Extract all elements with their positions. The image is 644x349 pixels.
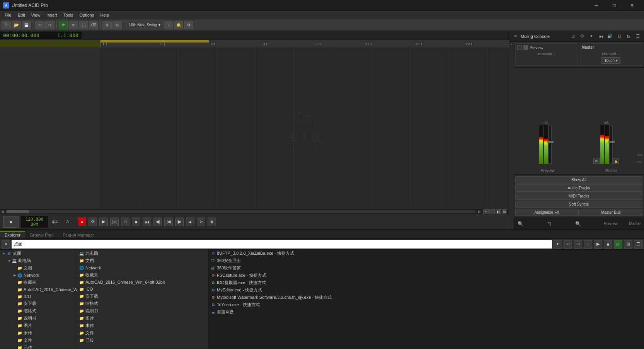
master-fader[interactable] bbox=[610, 125, 613, 164]
explorer-up-btn[interactable]: ↑ bbox=[584, 240, 592, 249]
master-lock-btn[interactable]: 🔒 bbox=[613, 158, 619, 164]
tree-suoge[interactable]: 📁 缩格式 bbox=[11, 307, 77, 315]
scroll-track[interactable] bbox=[6, 210, 475, 213]
loop-indicator[interactable]: ■ bbox=[3, 216, 19, 228]
settings-button[interactable]: ⚙ bbox=[184, 21, 193, 29]
pause-button[interactable]: ⏸ bbox=[121, 218, 129, 226]
preview-fader[interactable] bbox=[549, 125, 552, 164]
mid-ico[interactable]: 📁 ICO bbox=[77, 286, 208, 293]
scroll-thumb[interactable] bbox=[6, 210, 29, 213]
menu-file[interactable]: File bbox=[2, 11, 15, 19]
tree-docs[interactable]: 📁 文档 bbox=[11, 264, 77, 272]
erase-button[interactable]: ⌫ bbox=[89, 21, 98, 29]
zoom-in-button[interactable]: ⊕ bbox=[102, 21, 112, 29]
menu-insert[interactable]: Insert bbox=[43, 11, 60, 19]
tree-files[interactable]: 📁 文件 bbox=[11, 337, 77, 344]
tree-pc[interactable]: ▼ 💻 此电脑 bbox=[5, 257, 77, 264]
punch-in[interactable]: ⊳ bbox=[197, 218, 205, 226]
minimize-button[interactable]: ─ bbox=[588, 0, 605, 11]
mix-zoom-out[interactable]: 🔍 bbox=[575, 220, 582, 227]
master-fader-thumb[interactable] bbox=[608, 141, 615, 143]
right-item-1[interactable]: 🛡 360安全卫士 bbox=[209, 257, 644, 264]
right-item-4[interactable]: ⚙ ICO提取器.exe - 快捷方式 bbox=[209, 279, 644, 286]
mid-autocad[interactable]: 📁 AutoCAD_2016_Chinese_Win_64bit-32bit bbox=[77, 279, 208, 286]
mid-network[interactable]: 🌐 Network bbox=[77, 264, 208, 271]
soft-synths-btn[interactable]: Soft Synths bbox=[515, 201, 642, 208]
mix-extra-btn[interactable]: ☰ bbox=[634, 32, 642, 40]
explorer-back-btn[interactable]: ↩ bbox=[564, 240, 572, 249]
tree-manual[interactable]: 📁 说明书 bbox=[11, 315, 77, 322]
master-bus-btn[interactable]: Master Bus bbox=[579, 209, 643, 216]
explorer-list-btn[interactable]: ☰ bbox=[634, 240, 642, 249]
right-item-2[interactable]: 🛒 360软件管家 bbox=[209, 264, 644, 272]
explorer-path-input[interactable] bbox=[12, 240, 552, 249]
mix-gear-btn[interactable]: ⚙ bbox=[578, 32, 586, 40]
mid-unsent[interactable]: 📁 未传 bbox=[77, 322, 208, 329]
scroll-left-btn[interactable]: ◀ bbox=[0, 209, 5, 214]
mid-manual[interactable]: 📁 说明书 bbox=[77, 307, 208, 315]
mid-sent[interactable]: 📁 已传 bbox=[77, 337, 208, 344]
loop-toggle[interactable]: ⟳ bbox=[89, 218, 97, 226]
tree-desktop[interactable]: ▼ 🖥 桌面 bbox=[0, 250, 77, 257]
master-fx-button[interactable]: fx bbox=[593, 158, 600, 164]
tree-pictures[interactable]: 📁 图片 bbox=[11, 322, 77, 329]
next-marker[interactable]: |▶ bbox=[175, 218, 184, 226]
track-scrollbar[interactable]: ◀ ▶ + - ◧ ⊞ bbox=[0, 209, 509, 214]
show-all-btn[interactable]: Show All bbox=[515, 176, 642, 184]
explorer-forward-btn[interactable]: ↪ bbox=[574, 240, 582, 249]
tree-autocad[interactable]: 📁 AutoCAD_2016_Chinese_W bbox=[11, 286, 77, 293]
preview-fader-thumb[interactable] bbox=[547, 141, 554, 143]
right-item-5[interactable]: ⚙ MyEditor.exe - 快捷方式 bbox=[209, 286, 644, 294]
right-item-6[interactable]: ⚙ Mytoolsoft Watermark Software.3.0.chs.… bbox=[209, 294, 644, 301]
menu-view[interactable]: View bbox=[28, 11, 44, 19]
tap-tempo-button[interactable]: 🔔 bbox=[174, 21, 183, 29]
menu-tools[interactable]: Tools bbox=[60, 11, 77, 19]
touch-dropdown[interactable]: Touch ▾ bbox=[601, 57, 620, 64]
mix-dropdown-btn[interactable]: ▾ bbox=[588, 32, 595, 40]
stop-button[interactable]: ■ bbox=[132, 218, 140, 226]
preview-power[interactable] bbox=[523, 45, 528, 50]
right-item-7[interactable]: ⚙ ToYcon.exe - 快捷方式 bbox=[209, 301, 644, 308]
open-button[interactable]: 📂 bbox=[12, 21, 21, 29]
timeline-ruler[interactable]: 1.1 5.1 9.1 13.1 17.1 21.1 25.1 29.1 33.… bbox=[0, 40, 509, 48]
tree-unsent[interactable]: 📁 未传 bbox=[11, 329, 77, 337]
mid-download[interactable]: 📁 安下载 bbox=[77, 293, 208, 300]
tab-plugin-manager[interactable]: Plug-In Manager bbox=[58, 231, 99, 238]
network-expand-icon[interactable]: ▶ bbox=[12, 272, 17, 278]
tab-groove-pool[interactable]: Groove Pool bbox=[25, 231, 58, 238]
right-item-0[interactable]: ⚙ 8UFTP_3.8.2.0_XiaZaiBa.exe - 快捷方式 bbox=[209, 250, 644, 257]
explorer-autoplay-btn[interactable]: ▷ bbox=[614, 240, 622, 249]
prev-button[interactable]: ⏮ bbox=[143, 218, 151, 226]
tree-favorites[interactable]: 📁 收藏夹 bbox=[11, 279, 77, 286]
mix-grid-btn[interactable]: ⊞ bbox=[569, 32, 577, 40]
draw-button[interactable]: ✏ bbox=[69, 21, 78, 29]
desktop-expand-icon[interactable]: ▼ bbox=[2, 251, 6, 256]
play-button[interactable]: ▶ bbox=[99, 218, 108, 226]
mix-volume-btn[interactable]: 🔊 bbox=[606, 32, 614, 40]
track-area[interactable]: 🛍 安下载 anxz.com bbox=[0, 48, 509, 209]
zoom-out-button[interactable]: ⊖ bbox=[112, 21, 122, 29]
mix-more-btn[interactable]: ⊟ bbox=[615, 32, 623, 40]
mid-pictures[interactable]: 📁 图片 bbox=[77, 315, 208, 322]
play-to-end[interactable]: ▷| bbox=[110, 218, 119, 226]
undo-button[interactable]: ↩ bbox=[35, 21, 44, 29]
explorer-stop-btn[interactable]: ■ bbox=[604, 240, 612, 249]
goto-start[interactable]: |◀ bbox=[164, 218, 173, 226]
mix-zoom-fit[interactable]: ⊟ bbox=[546, 220, 553, 227]
mid-pc[interactable]: 💻 此电脑 bbox=[77, 250, 208, 257]
menu-edit[interactable]: Edit bbox=[15, 11, 28, 19]
mid-favorites[interactable]: 📁 收藏夹 bbox=[77, 271, 208, 279]
scroll-right-btn[interactable]: ▶ bbox=[477, 209, 482, 214]
record-button[interactable]: ● bbox=[78, 218, 86, 226]
select-button[interactable]: ⬚ bbox=[79, 21, 88, 29]
mid-suoge[interactable]: 📁 缩格式 bbox=[77, 300, 208, 307]
menu-help[interactable]: Help bbox=[97, 11, 112, 19]
loop-button[interactable]: ⟳ bbox=[59, 21, 68, 29]
mid-files[interactable]: 📁 文件 bbox=[77, 329, 208, 337]
explorer-play-btn[interactable]: ▶ bbox=[594, 240, 602, 249]
mid-docs[interactable]: 📁 文档 bbox=[77, 257, 208, 264]
metronome-button[interactable]: ♩ bbox=[164, 21, 173, 29]
next-button[interactable]: ⏭ bbox=[186, 218, 194, 226]
audio-tracks-btn[interactable]: Audio Tracks bbox=[515, 184, 642, 192]
close-button[interactable]: ✕ bbox=[623, 0, 641, 11]
